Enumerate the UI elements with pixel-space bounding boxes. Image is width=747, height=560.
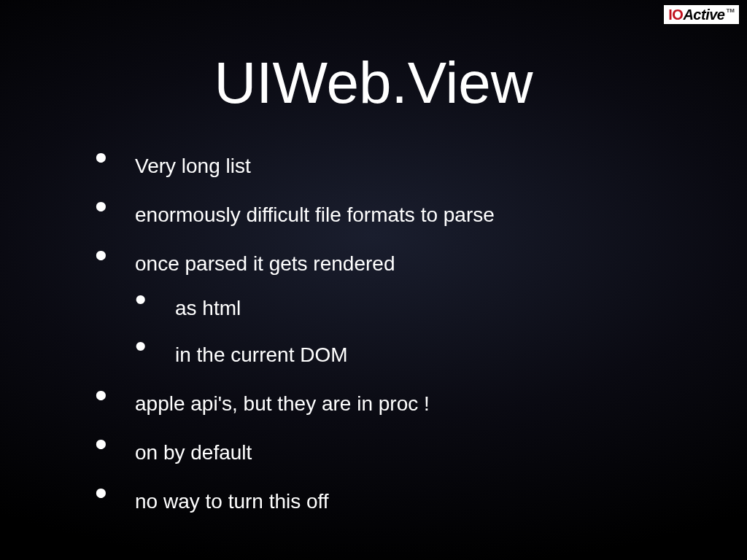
bullet-text: enormously difficult file formats to par…: [135, 203, 495, 226]
bullet-text: apple api's, but they are in proc !: [135, 392, 430, 415]
bullet-text: Very long list: [135, 155, 251, 177]
list-item: apple api's, but they are in proc !: [95, 391, 703, 416]
bullet-text: on by default: [135, 441, 252, 464]
bullet-text: in the current DOM: [175, 343, 348, 366]
bullet-text: once parsed it gets rendered: [135, 252, 395, 275]
brand-logo: IO Active TM: [663, 4, 740, 25]
list-item: on by default: [95, 440, 703, 465]
list-item: no way to turn this off: [95, 489, 703, 514]
logo-trademark: TM: [726, 7, 735, 14]
bullet-list: Very long list enormously difficult file…: [95, 153, 703, 514]
list-item: once parsed it gets rendered as html in …: [95, 251, 703, 368]
list-item: Very long list: [95, 153, 703, 179]
slide-title: UIWeb.View: [0, 0, 747, 117]
list-item: enormously difficult file formats to par…: [95, 202, 703, 228]
slide: IO Active TM UIWeb.View Very long list e…: [0, 0, 747, 560]
list-item: in the current DOM: [135, 342, 703, 368]
logo-part-active: Active: [683, 7, 724, 23]
sub-bullet-list: as html in the current DOM: [135, 295, 703, 368]
bullet-text: as html: [175, 297, 241, 319]
logo-part-io: IO: [668, 7, 683, 23]
list-item: as html: [135, 295, 703, 321]
bullet-text: no way to turn this off: [135, 490, 329, 513]
slide-content: Very long list enormously difficult file…: [95, 153, 703, 537]
